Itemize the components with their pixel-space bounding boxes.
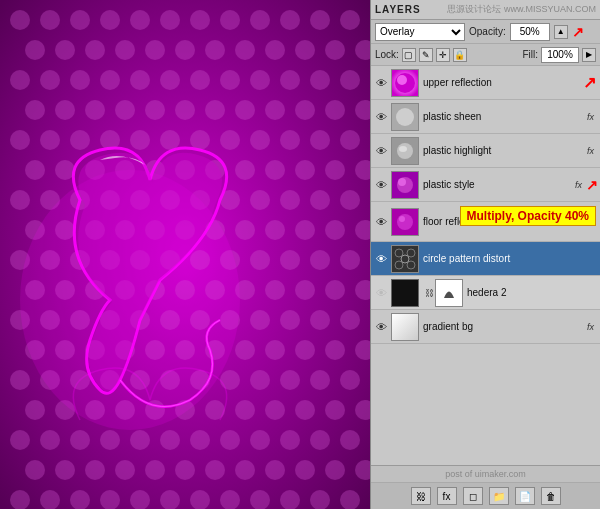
svg-point-81 bbox=[250, 190, 270, 210]
svg-point-53 bbox=[130, 130, 150, 150]
svg-point-45 bbox=[265, 100, 285, 120]
svg-point-37 bbox=[25, 100, 45, 120]
footer-group-button[interactable]: 📁 bbox=[489, 487, 509, 505]
svg-point-20 bbox=[235, 40, 255, 60]
visibility-eye[interactable]: 👁 bbox=[373, 251, 389, 267]
layer-name: gradient bg bbox=[423, 321, 587, 332]
svg-point-58 bbox=[280, 130, 300, 150]
red-arrow-indicator: ↗ bbox=[583, 73, 596, 92]
svg-point-73 bbox=[10, 190, 30, 210]
layer-item[interactable]: 👁 floor reflection Multiply, Opacity 40% bbox=[371, 202, 600, 242]
svg-point-173 bbox=[130, 430, 150, 450]
svg-point-175 bbox=[190, 430, 210, 450]
layer-thumbnail bbox=[391, 69, 419, 97]
svg-point-42 bbox=[175, 100, 195, 120]
svg-point-2 bbox=[40, 10, 60, 30]
visibility-eye[interactable]: 👁 bbox=[373, 214, 389, 230]
blend-mode-select[interactable]: Overlay Normal Multiply Screen bbox=[375, 23, 465, 41]
layer-name: hedera 2 bbox=[467, 287, 598, 298]
footer-icon-row: ⛓ fx ◻ 📁 📄 🗑 bbox=[371, 483, 600, 509]
layer-item[interactable]: 👁 circle pattern distort bbox=[371, 242, 600, 276]
svg-point-177 bbox=[250, 430, 270, 450]
opacity-arrow-up[interactable]: ▲ bbox=[554, 25, 568, 39]
lock-icon-img[interactable]: ▢ bbox=[402, 48, 416, 62]
svg-point-41 bbox=[145, 100, 165, 120]
svg-point-212 bbox=[399, 146, 407, 152]
svg-point-187 bbox=[205, 460, 225, 480]
visibility-eye[interactable]: 👁 bbox=[373, 319, 389, 335]
lock-icon-brush[interactable]: ✎ bbox=[419, 48, 433, 62]
fill-label: Fill: bbox=[522, 49, 538, 60]
visibility-eye[interactable]: 👁 bbox=[373, 143, 389, 159]
layer-item[interactable]: 👁 plastic style fx ↗ bbox=[371, 168, 600, 202]
layer-item[interactable]: 👁 gradient bg fx bbox=[371, 310, 600, 344]
footer-watermark-row: post of uimaker.com bbox=[371, 466, 600, 483]
lock-icon-all[interactable]: 🔒 bbox=[453, 48, 467, 62]
opacity-label: Opacity: bbox=[469, 26, 506, 37]
svg-point-183 bbox=[85, 460, 105, 480]
layer-item[interactable]: 👁 upper reflection ↗ bbox=[371, 66, 600, 100]
svg-point-188 bbox=[235, 460, 255, 480]
svg-point-12 bbox=[340, 10, 360, 30]
svg-point-28 bbox=[100, 70, 120, 90]
svg-point-172 bbox=[100, 430, 120, 450]
fill-arrow[interactable]: ▶ bbox=[582, 48, 596, 62]
fill-input[interactable] bbox=[541, 47, 579, 63]
visibility-eye[interactable]: 👁 bbox=[373, 75, 389, 91]
svg-point-153 bbox=[250, 370, 270, 390]
panel-footer: post of uimaker.com ⛓ fx ◻ 📁 📄 🗑 bbox=[371, 465, 600, 509]
svg-point-140 bbox=[235, 340, 255, 360]
layer-item[interactable]: 👁 plastic highlight fx bbox=[371, 134, 600, 168]
svg-point-47 bbox=[325, 100, 345, 120]
svg-point-49 bbox=[10, 130, 30, 150]
svg-point-157 bbox=[25, 400, 45, 420]
opacity-input[interactable] bbox=[510, 23, 550, 41]
svg-point-30 bbox=[160, 70, 180, 90]
svg-point-21 bbox=[265, 40, 285, 60]
footer-delete-button[interactable]: 🗑 bbox=[541, 487, 561, 505]
footer-mask-button[interactable]: ◻ bbox=[463, 487, 483, 505]
svg-point-171 bbox=[70, 430, 90, 450]
svg-point-57 bbox=[250, 130, 270, 150]
svg-point-29 bbox=[130, 70, 150, 90]
svg-point-36 bbox=[340, 70, 360, 90]
svg-point-11 bbox=[310, 10, 330, 30]
svg-point-189 bbox=[265, 460, 285, 480]
layer-thumbnail bbox=[391, 103, 419, 131]
svg-point-95 bbox=[325, 220, 345, 240]
footer-link-button[interactable]: ⛓ bbox=[411, 487, 431, 505]
layer-link-icon[interactable]: ⛓ bbox=[423, 288, 435, 298]
footer-new-layer-button[interactable]: 📄 bbox=[515, 487, 535, 505]
svg-point-185 bbox=[145, 460, 165, 480]
svg-point-39 bbox=[85, 100, 105, 120]
svg-point-4 bbox=[100, 10, 120, 30]
svg-point-84 bbox=[340, 190, 360, 210]
layer-item[interactable]: 👁 ⛓ hedera 2 bbox=[371, 276, 600, 310]
layers-panel: LAYERS 思源设计论坛 www.MISSYUAN.COM Overlay N… bbox=[370, 0, 600, 509]
visibility-eye[interactable]: 👁 bbox=[373, 177, 389, 193]
footer-watermark-text: post of uimaker.com bbox=[445, 469, 526, 479]
visibility-eye[interactable]: 👁 bbox=[373, 109, 389, 125]
svg-point-143 bbox=[325, 340, 345, 360]
layer-item[interactable]: 👁 plastic sheen fx bbox=[371, 100, 600, 134]
svg-point-70 bbox=[295, 160, 315, 180]
svg-point-190 bbox=[295, 460, 315, 480]
svg-point-55 bbox=[190, 130, 210, 150]
svg-point-105 bbox=[250, 250, 270, 270]
layer-thumbnail bbox=[391, 137, 419, 165]
svg-point-32 bbox=[220, 70, 240, 90]
footer-fx-button[interactable]: fx bbox=[437, 487, 457, 505]
svg-point-8 bbox=[220, 10, 240, 30]
svg-point-106 bbox=[280, 250, 300, 270]
fx-badge: fx bbox=[587, 112, 594, 122]
svg-point-180 bbox=[340, 430, 360, 450]
svg-point-9 bbox=[250, 10, 270, 30]
lock-icon-move[interactable]: ✛ bbox=[436, 48, 450, 62]
svg-point-71 bbox=[325, 160, 345, 180]
svg-point-217 bbox=[397, 214, 413, 230]
visibility-eye[interactable]: 👁 bbox=[373, 285, 389, 301]
svg-point-14 bbox=[55, 40, 75, 60]
svg-point-152 bbox=[220, 370, 240, 390]
layer-mask-thumbnail bbox=[435, 279, 463, 307]
svg-point-3 bbox=[70, 10, 90, 30]
